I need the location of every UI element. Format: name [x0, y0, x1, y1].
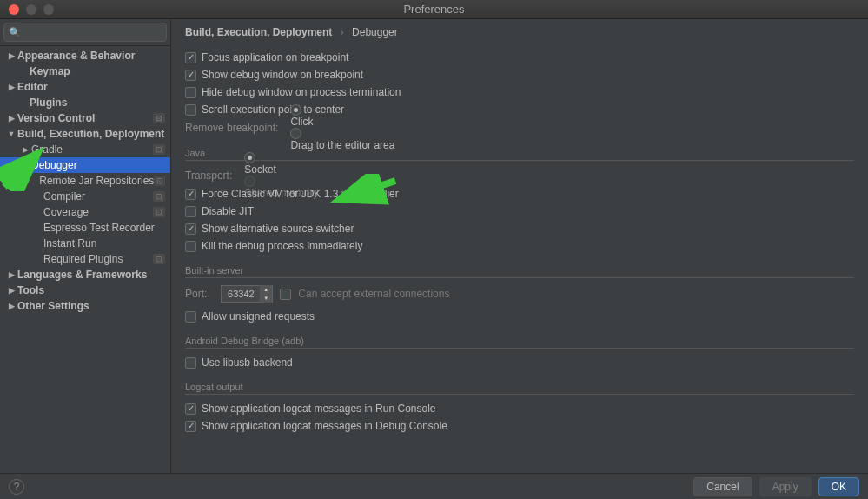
help-button[interactable]: ?	[9, 479, 24, 495]
sidebar-item-label: Version Control	[17, 112, 95, 124]
footer: ? Cancel Apply OK	[0, 473, 868, 499]
tree-arrow-icon: ▶	[5, 302, 17, 310]
general-check-checkbox[interactable]	[185, 104, 196, 116]
sidebar-item-editor[interactable]: ▶Editor	[0, 79, 170, 95]
sidebar-item-instant-run[interactable]: Instant Run	[0, 236, 170, 251]
sidebar-item-label: Debugger	[31, 159, 77, 171]
java-check-row: Kill the debug process immediately	[185, 237, 854, 255]
logcat-check-checkbox[interactable]	[185, 403, 196, 415]
sidebar-item-remote-jar-repositories[interactable]: Remote Jar Repositories⊡	[0, 173, 170, 189]
sidebar-item-label: Editor	[17, 81, 48, 93]
general-check-label: Hide debug window on process termination	[202, 86, 401, 98]
general-check-label: Show debug window on breakpoint	[202, 69, 363, 81]
sidebar-item-label: Appearance & Behavior	[17, 50, 135, 62]
general-check-checkbox[interactable]	[185, 87, 196, 98]
sidebar-item-plugins[interactable]: Plugins	[0, 95, 170, 110]
port-down-button[interactable]: ▼	[260, 294, 272, 303]
sidebar-item-appearance-behavior[interactable]: ▶Appearance & Behavior	[0, 48, 170, 63]
port-up-button[interactable]: ▲	[260, 285, 272, 294]
sidebar-item-espresso-test-recorder[interactable]: Espresso Test Recorder	[0, 220, 170, 236]
transport-radio[interactable]	[244, 152, 255, 163]
general-check-checkbox[interactable]	[185, 52, 196, 63]
sidebar-item-label: Keymap	[30, 65, 70, 77]
sidebar-item-languages-frameworks[interactable]: ▶Languages & Frameworks	[0, 267, 170, 283]
port-spinner[interactable]: 63342 ▲ ▼	[221, 285, 273, 303]
java-check-row: Show alternative source switcher	[185, 220, 854, 237]
sidebar-item-label: Build, Execution, Deployment	[17, 128, 164, 140]
logcat-check-label: Show application logcat messages in Run …	[202, 403, 436, 415]
maximize-window-button[interactable]	[43, 4, 54, 15]
settings-tree: ▶Appearance & BehaviorKeymap▶EditorPlugi…	[0, 46, 170, 473]
minimize-window-button[interactable]	[26, 4, 36, 15]
tree-arrow-icon: ▶	[19, 145, 31, 154]
libusb-checkbox[interactable]	[185, 357, 196, 369]
logcat-check-row: Show application logcat messages in Run …	[185, 400, 854, 417]
sidebar-item-label: Instant Run	[43, 237, 96, 250]
allow-unsigned-checkbox[interactable]	[185, 311, 196, 323]
general-check-row: Focus application on breakpoint	[185, 49, 854, 66]
sidebar: 🔍 ▶Appearance & BehaviorKeymap▶EditorPlu…	[0, 19, 171, 473]
logcat-check-checkbox[interactable]	[185, 421, 196, 432]
sidebar-item-other-settings[interactable]: ▶Other Settings	[0, 298, 170, 314]
window-title: Preferences	[403, 3, 464, 16]
sidebar-item-compiler[interactable]: Compiler⊡	[0, 189, 170, 204]
libusb-label: Use libusb backend	[202, 356, 293, 369]
titlebar: Preferences	[0, 0, 868, 19]
main-area: 🔍 ▶Appearance & BehaviorKeymap▶EditorPlu…	[0, 19, 868, 473]
java-check-label: Disable JIT	[202, 205, 254, 217]
close-window-button[interactable]	[9, 4, 19, 15]
external-connections-label: Can accept external connections	[298, 288, 449, 300]
search-input[interactable]	[3, 23, 167, 42]
sidebar-item-label: Tools	[17, 284, 44, 296]
server-section-title: Built-in server	[185, 265, 854, 278]
external-connections-checkbox[interactable]	[280, 289, 291, 300]
sidebar-item-label: Languages & Frameworks	[17, 269, 147, 281]
logcat-section-title: Logcat output	[185, 382, 854, 395]
remove-breakpoint-label: Remove breakpoint:	[185, 122, 278, 134]
sidebar-item-keymap[interactable]: Keymap	[0, 63, 170, 79]
remove-breakpoint-radio-label: Click	[290, 116, 313, 128]
sidebar-item-tools[interactable]: ▶Tools	[0, 283, 170, 298]
remove-breakpoint-radio[interactable]	[290, 104, 301, 116]
traffic-lights	[0, 4, 54, 15]
port-value: 63342	[222, 289, 260, 299]
general-check-row: Scroll execution point to center	[185, 101, 854, 118]
sidebar-item-build-execution-deployment[interactable]: ▼Build, Execution, Deployment	[0, 126, 170, 142]
tree-arrow-icon: ▶	[5, 83, 17, 91]
port-label: Port:	[185, 288, 207, 300]
logcat-check-row: Show application logcat messages in Debu…	[185, 417, 854, 435]
sidebar-item-coverage[interactable]: Coverage⊡	[0, 204, 170, 220]
sidebar-item-gradle[interactable]: ▶Gradle⊡	[0, 142, 170, 157]
general-check-row: Hide debug window on process termination	[185, 83, 854, 101]
sidebar-item-debugger[interactable]: ▶Debugger	[0, 157, 170, 173]
sidebar-item-label: Remote Jar Repositories	[39, 175, 154, 187]
apply-button[interactable]: Apply	[759, 477, 812, 496]
sidebar-item-required-plugins[interactable]: Required Plugins⊡	[0, 251, 170, 267]
remove-breakpoint-radio[interactable]	[290, 128, 301, 139]
java-check-row: Force Classic VM for JDK 1.3.x and earli…	[185, 185, 854, 203]
java-check-label: Kill the debug process immediately	[202, 240, 362, 252]
java-check-checkbox[interactable]	[185, 189, 196, 200]
breadcrumb-root: Build, Execution, Deployment	[185, 26, 332, 38]
tree-arrow-icon: ▶	[19, 161, 31, 170]
sidebar-item-label: Coverage	[43, 206, 89, 218]
java-check-label: Force Classic VM for JDK 1.3.x and earli…	[202, 188, 399, 200]
sidebar-item-label: Plugins	[30, 96, 67, 109]
project-scope-icon: ⊡	[153, 113, 165, 123]
transport-radio-label: Socket	[244, 163, 276, 176]
remove-breakpoint-radio-label: Drag to the editor area	[290, 139, 394, 151]
sidebar-item-version-control[interactable]: ▶Version Control⊡	[0, 110, 170, 126]
ok-button[interactable]: OK	[818, 477, 859, 496]
allow-unsigned-label: Allow unsigned requests	[202, 310, 315, 323]
general-check-checkbox[interactable]	[185, 70, 196, 81]
general-check-label: Focus application on breakpoint	[202, 51, 348, 63]
java-check-checkbox[interactable]	[185, 206, 196, 217]
general-check-row: Show debug window on breakpoint	[185, 66, 854, 83]
remove-breakpoint-row: Remove breakpoint: ClickDrag to the edit…	[185, 118, 854, 137]
breadcrumb: Build, Execution, Deployment › Debugger	[185, 26, 854, 38]
project-scope-icon: ⊡	[153, 144, 165, 155]
cancel-button[interactable]: Cancel	[693, 477, 752, 496]
breadcrumb-sep: ›	[341, 26, 344, 38]
java-check-checkbox[interactable]	[185, 241, 196, 252]
java-check-checkbox[interactable]	[185, 223, 196, 235]
